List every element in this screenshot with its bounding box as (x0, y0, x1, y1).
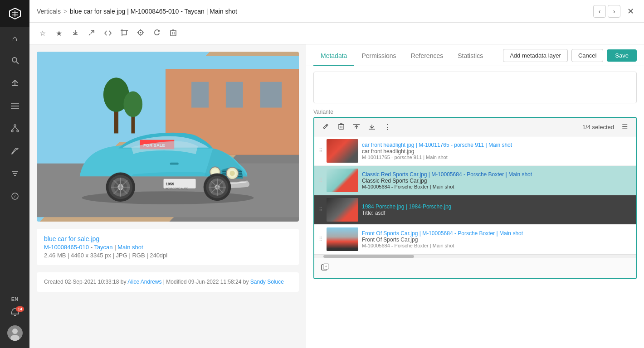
avatar-image (7, 325, 23, 341)
svg-point-0 (12, 58, 17, 62)
image-filename[interactable]: blue car for sale.jpg (44, 235, 292, 242)
menu-lines-icon: ☰ (622, 123, 628, 131)
crop-button[interactable] (117, 26, 132, 41)
sidebar-logo[interactable] (0, 0, 29, 27)
svg-line-9 (15, 126, 18, 130)
rotate-button[interactable] (149, 26, 165, 41)
delete-button[interactable] (166, 26, 181, 41)
variante-label: Variante (313, 109, 637, 115)
drag-handle[interactable]: ⠿ (319, 177, 323, 184)
drag-handle[interactable]: ⠿ (319, 148, 323, 154)
share-button[interactable] (84, 26, 99, 41)
creator-link[interactable]: Alice Andrews (127, 279, 161, 285)
notifications-bell[interactable]: 14 (0, 304, 29, 323)
variante-bottom-bar (314, 258, 636, 278)
item-title[interactable]: 1984 Porsche.jpg | 1984-Porsche.jpg (362, 203, 631, 210)
variante-add-button[interactable] (319, 262, 332, 275)
item-info: car front headlight jpg | M-10011765 - p… (362, 142, 631, 160)
sidebar-item-search[interactable] (0, 50, 29, 72)
list-item[interactable]: ⠿ Front Of Sports Car.jpg | M-10005684 -… (314, 225, 636, 254)
item-thumbnail (327, 169, 358, 192)
tab-statistics[interactable]: Statistics (450, 52, 490, 66)
variante-edit-button[interactable] (319, 121, 332, 133)
star-button[interactable]: ☆ (35, 26, 50, 41)
rotate-icon (153, 29, 161, 38)
item-info: Classic Red Sports Car.jpg | M-10005684 … (362, 171, 631, 189)
hierarchy-icon (11, 124, 19, 135)
variante-menu-button[interactable]: ☰ (618, 121, 631, 133)
model-link[interactable]: M-10008465-010 (44, 244, 89, 251)
model-name[interactable]: Taycan (94, 244, 112, 251)
drag-handle[interactable]: ⠿ (319, 236, 323, 242)
shot-link[interactable]: Main shot (117, 244, 143, 251)
next-button[interactable]: › (608, 5, 620, 18)
help-icon: ? (11, 192, 19, 203)
svg-text:?: ? (14, 194, 16, 199)
sidebar-item-home[interactable]: ⌂ (0, 27, 29, 50)
language-selector[interactable]: EN (11, 294, 18, 304)
breadcrumb-current: blue car for sale jpg | M-10008465-010 -… (70, 8, 237, 15)
variante-more-button[interactable]: ⋮ (381, 121, 394, 133)
focus-icon (137, 29, 144, 38)
variante-section: Variante (313, 109, 637, 279)
download-button[interactable] (68, 26, 83, 41)
tab-metadata[interactable]: Metadata (313, 52, 354, 66)
list-item[interactable]: ⠿ Classic Red Sports Car.jpg | M-1000568… (314, 166, 636, 195)
main-image: FOR SALE (37, 52, 299, 222)
more-icon: ⋮ (384, 123, 391, 131)
horizontal-scrollbar[interactable] (314, 254, 636, 258)
sidebar-bottom: EN 14 (0, 294, 29, 348)
modifier-link[interactable]: Sandy Soluce (250, 279, 284, 285)
variante-move-down-button[interactable] (365, 121, 379, 133)
move-bottom-icon (369, 123, 375, 131)
item-title[interactable]: Classic Red Sports Car.jpg | M-10005684 … (362, 171, 631, 178)
tab-permissions[interactable]: Permissions (354, 52, 403, 66)
focus-button[interactable] (133, 26, 148, 41)
svg-rect-39 (191, 82, 209, 108)
trash-icon (338, 123, 344, 131)
sidebar-item-help[interactable]: ? (0, 186, 29, 208)
svg-rect-79 (170, 163, 179, 165)
list-item[interactable]: ⠿ car front headlight jpg | M-10011765 -… (314, 136, 636, 166)
toolbar: ☆ ★ (29, 23, 644, 44)
metadata-textarea[interactable] (313, 72, 637, 103)
delete-icon (170, 29, 176, 38)
item-id: M-10005684 - Porsche Boxter | Main shot (362, 243, 631, 248)
item-title[interactable]: Front Of Sports Car.jpg | M-10005684 - P… (362, 230, 631, 237)
svg-rect-80 (339, 125, 344, 129)
item-title[interactable]: car front headlight jpg | M-10011765 - p… (362, 142, 631, 148)
save-button[interactable]: Save (607, 49, 637, 62)
created-card: Created 02-Sep-2021 10:33:18 by Alice An… (37, 272, 299, 292)
drag-handle[interactable]: ⠿ (319, 207, 323, 213)
sidebar-item-list[interactable] (0, 95, 29, 118)
sidebar-item-tool[interactable] (0, 140, 29, 163)
sidebar-item-hierarchy[interactable] (0, 118, 29, 140)
download-icon (72, 29, 79, 38)
breadcrumb-parent[interactable]: Verticals (37, 8, 61, 15)
cancel-button[interactable]: Cancel (571, 49, 603, 62)
item-info: 1984 Porsche.jpg | 1984-Porsche.jpg Titl… (362, 203, 631, 216)
sidebar-item-share[interactable] (0, 72, 29, 95)
svg-point-6 (11, 130, 13, 132)
code-icon (104, 29, 112, 38)
variante-delete-button[interactable] (334, 121, 348, 133)
modified-label: | Modified 09-Jun-2022 11:58:24 by (163, 279, 250, 285)
variante-container: ⋮ 1/4 selected ☰ (313, 117, 637, 279)
item-subtitle: Front Of Sports Car.jpg (362, 237, 631, 243)
item-thumbnail (327, 198, 358, 222)
prev-button[interactable]: ‹ (593, 5, 606, 18)
logo-icon (8, 7, 22, 20)
tab-references[interactable]: References (404, 52, 451, 66)
svg-point-7 (17, 130, 19, 132)
close-button[interactable]: ✕ (624, 5, 637, 18)
code-button[interactable] (100, 26, 116, 41)
filter-icon (11, 169, 19, 180)
add-metadata-layer-button[interactable]: Add metadata layer (503, 49, 568, 62)
svg-point-55 (229, 171, 234, 176)
list-item[interactable]: ⠿ 1984 Porsche.jpg | 1984-Porsche.jpg Ti… (314, 195, 636, 225)
sidebar-item-filter[interactable] (0, 163, 29, 186)
selected-count: 1/4 selected (582, 124, 614, 130)
user-avatar[interactable] (7, 325, 23, 341)
variante-move-up-button[interactable] (350, 121, 363, 133)
star-filled-button[interactable]: ★ (51, 26, 67, 41)
